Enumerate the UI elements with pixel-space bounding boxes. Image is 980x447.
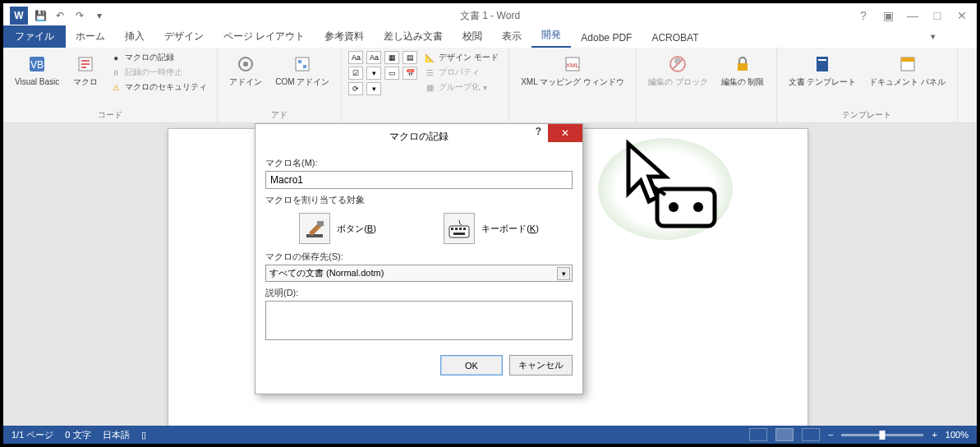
date-control[interactable]: 📅 — [403, 67, 417, 80]
description-label: 説明(D): — [265, 287, 573, 299]
tab-acrobat[interactable]: ACROBAT — [642, 28, 708, 48]
ribbon-group-controls: Aa Aa ▦ ▤ ☑ ▾ ▭ 📅 ⟳ ▾ — [342, 48, 509, 122]
repeating-control[interactable]: ⟳ — [348, 82, 363, 95]
svg-rect-20 — [657, 189, 715, 226]
zoom-level[interactable]: 100% — [945, 430, 968, 440]
read-mode-button[interactable] — [749, 428, 767, 441]
warning-icon: ⚠ — [110, 81, 122, 93]
rich-text-control[interactable]: Aa — [348, 51, 363, 64]
zoom-out-button[interactable]: − — [828, 430, 833, 440]
svg-rect-6 — [296, 58, 309, 71]
legacy-control[interactable]: ▾ — [366, 82, 381, 95]
assign-button-option[interactable]: ボタン(B) — [299, 213, 376, 244]
building-block-control[interactable]: ▤ — [403, 51, 417, 64]
zoom-in-button[interactable]: + — [932, 430, 936, 440]
save-in-select[interactable]: すべての文書 (Normal.dotm) ▾ — [265, 265, 573, 282]
ribbon-group-template: 文書 テンプレート ドキュメント パネル テンプレート — [777, 48, 959, 122]
ribbon-display-icon[interactable]: ▣ — [881, 9, 895, 22]
tab-file[interactable]: ファイル — [3, 25, 66, 48]
svg-rect-30 — [463, 228, 466, 230]
macro-recording-indicator[interactable]: ▯ — [141, 430, 146, 440]
print-layout-button[interactable] — [775, 428, 794, 441]
svg-rect-28 — [455, 228, 458, 230]
tab-adobe-pdf[interactable]: Adobe PDF — [571, 28, 642, 48]
svg-point-22 — [693, 202, 703, 212]
svg-rect-7 — [298, 60, 301, 63]
restrict-editing-button[interactable]: 編集の 制限 — [716, 51, 770, 119]
redo-icon[interactable]: ↷ — [72, 8, 87, 23]
zoom-slider[interactable] — [841, 434, 923, 436]
group-button-label: グループ化 — [439, 81, 480, 93]
svg-point-21 — [669, 202, 679, 212]
save-icon[interactable]: 💾 — [33, 8, 48, 23]
macro-security-label: マクロのセキュリティ — [125, 81, 207, 93]
ribbon: VB Visual Basic マクロ ●マクロの記録 ⏸記録の一時停止 ⚠マク… — [3, 48, 977, 123]
description-textarea[interactable] — [265, 301, 573, 340]
tab-layout[interactable]: ページ レイアウト — [214, 25, 315, 48]
minimize-button[interactable]: — — [906, 9, 919, 22]
document-template-button[interactable]: 文書 テンプレート — [784, 51, 862, 108]
tab-design[interactable]: デザイン — [154, 25, 214, 48]
document-panel-button[interactable]: ドキュメント パネル — [864, 51, 950, 108]
com-addins-button[interactable]: COM アドイン — [270, 51, 334, 108]
tab-references[interactable]: 参考資料 — [315, 25, 374, 48]
undo-icon[interactable]: ↶ — [53, 8, 67, 23]
document-template-label: 文書 テンプレート — [789, 77, 857, 86]
cancel-button[interactable]: キャンセル — [509, 355, 573, 376]
close-button[interactable]: ✕ — [955, 9, 968, 22]
picture-control[interactable]: ▦ — [384, 51, 399, 64]
dialog-title-bar[interactable]: マクロの記録 ? ✕ — [255, 124, 582, 149]
macro-security-button[interactable]: ⚠マクロのセキュリティ — [107, 81, 210, 94]
checkbox-control[interactable]: ☑ — [348, 67, 363, 80]
macro-name-input[interactable] — [265, 171, 573, 189]
dialog-help-button[interactable]: ? — [536, 126, 541, 137]
keyboard-icon — [444, 213, 475, 244]
visual-basic-button[interactable]: VB Visual Basic — [10, 51, 64, 108]
addins-button[interactable]: アドイン — [224, 51, 267, 108]
group-label-protect — [643, 119, 770, 121]
record-macro-button[interactable]: ●マクロの記録 — [107, 51, 210, 64]
assign-keyboard-label: キーボード(K) — [481, 223, 539, 235]
tab-insert[interactable]: 挿入 — [115, 25, 154, 48]
svg-rect-29 — [459, 228, 462, 230]
pause-recording-label: 記録の一時停止 — [125, 67, 182, 78]
restrict-editing-label: 編集の 制限 — [721, 77, 765, 86]
assign-keyboard-option[interactable]: キーボード(K) — [444, 213, 539, 244]
word-count[interactable]: 0 文字 — [65, 429, 90, 441]
ok-button[interactable]: OK — [440, 355, 503, 376]
dialog-title-text: マクロの記録 — [389, 130, 449, 144]
web-layout-button[interactable] — [802, 428, 820, 441]
svg-rect-24 — [306, 234, 323, 237]
language-indicator[interactable]: 日本語 — [103, 429, 130, 441]
recording-cursor-illustration — [596, 136, 735, 242]
assign-button-label: ボタン(B) — [337, 223, 376, 235]
plain-text-control[interactable]: Aa — [366, 51, 381, 64]
dropdown-control[interactable]: ▭ — [384, 67, 399, 80]
tab-mailings[interactable]: 差し込み文書 — [374, 25, 453, 48]
block-authors-label: 編集の ブロック — [648, 77, 708, 86]
tab-developer[interactable]: 開発 — [531, 24, 571, 48]
tab-home[interactable]: ホーム — [66, 25, 115, 48]
svg-rect-18 — [901, 58, 914, 62]
properties-button: ☰プロパティ — [421, 66, 502, 79]
dialog-close-button[interactable]: ✕ — [548, 124, 582, 142]
record-macro-dialog: マクロの記録 ? ✕ マクロ名(M): マクロを割り当てる対象 ボタン(B) — [255, 123, 583, 394]
ribbon-collapse-icon[interactable]: ▾ — [931, 31, 936, 42]
macros-button[interactable]: マクロ — [67, 51, 104, 108]
qat-dropdown-icon[interactable]: ▾ — [92, 8, 107, 23]
design-mode-button[interactable]: 📐デザイン モード — [421, 51, 502, 64]
save-in-value: すべての文書 (Normal.dotm) — [269, 268, 384, 278]
svg-point-5 — [243, 62, 248, 67]
tab-review[interactable]: 校閲 — [453, 25, 492, 48]
block-authors-button: 編集の ブロック — [643, 51, 713, 119]
help-icon[interactable]: ? — [857, 9, 870, 22]
maximize-button[interactable]: □ — [931, 9, 944, 22]
page-number[interactable]: 1/1 ページ — [12, 429, 53, 441]
combo-control[interactable]: ▾ — [366, 67, 381, 80]
tab-view[interactable]: 表示 — [492, 25, 531, 48]
group-label-mapping — [516, 119, 629, 121]
xml-mapping-button[interactable]: XML XML マッピング ウィンドウ — [516, 51, 629, 119]
svg-rect-8 — [303, 65, 306, 68]
group-label-template: テンプレート — [784, 108, 951, 121]
zoom-thumb[interactable] — [880, 431, 886, 440]
